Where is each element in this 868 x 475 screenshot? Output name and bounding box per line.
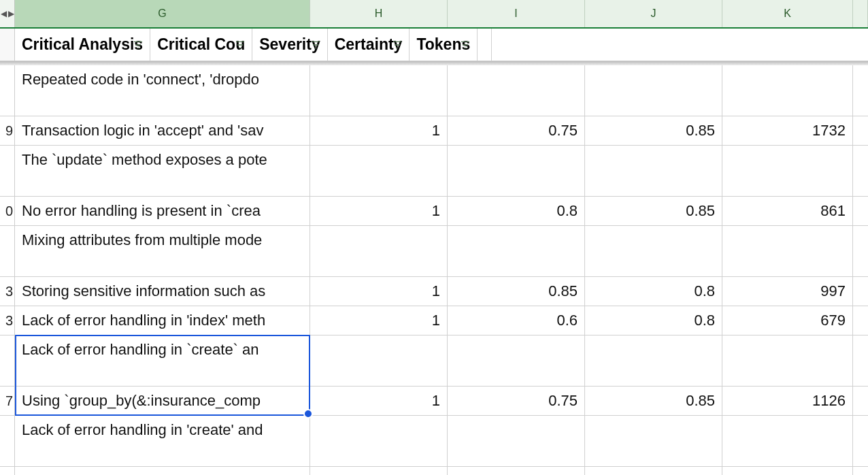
row-number[interactable]: 3 — [0, 467, 15, 475]
cell-critical-count[interactable] — [310, 226, 448, 276]
cell-severity[interactable]: 0.75 — [448, 467, 585, 475]
column-header-h[interactable]: H — [310, 0, 448, 27]
filter-icon[interactable] — [459, 39, 471, 51]
cell-critical-count[interactable] — [310, 416, 448, 466]
column-header-end[interactable] — [853, 0, 868, 27]
row-number[interactable]: 9 — [0, 116, 15, 145]
cell-certainty[interactable]: 0.8 — [585, 306, 722, 335]
row-number[interactable] — [0, 335, 15, 386]
cell-critical-analysis[interactable]: Using `group_by(&:insurance_comp — [15, 387, 310, 415]
cell-critical-count[interactable]: 1 — [310, 467, 448, 475]
cell-critical-analysis[interactable]: Mixing attributes from multiple mode — [15, 226, 310, 276]
cell-critical-count[interactable]: 1 — [310, 197, 448, 225]
table-row[interactable]: 7Using `group_by(&:insurance_comp10.750.… — [0, 387, 868, 416]
column-header-g[interactable]: G — [15, 0, 310, 27]
cell-certainty[interactable]: 0.8 — [585, 277, 722, 306]
cell-tokens[interactable] — [722, 226, 853, 276]
cell-certainty[interactable] — [585, 226, 722, 276]
cell-tokens[interactable]: 895 — [722, 467, 853, 475]
table-row[interactable]: 0No error handling is present in `crea10… — [0, 197, 868, 226]
cell-tokens[interactable]: 1126 — [722, 387, 853, 415]
cell-certainty[interactable]: 0.85 — [585, 197, 722, 225]
table-row[interactable]: 3Potential security risk if 'SimplySava1… — [0, 467, 868, 475]
row-number[interactable] — [0, 226, 15, 276]
cell-critical-analysis[interactable]: Lack of error handling in 'create' and — [15, 416, 310, 466]
cell-severity[interactable]: 0.8 — [448, 197, 585, 225]
cell-tokens[interactable]: 1732 — [722, 116, 853, 145]
cell-severity[interactable] — [448, 335, 585, 386]
cell-end — [853, 116, 868, 145]
cell-tokens[interactable] — [722, 146, 853, 196]
sheet-nav-arrows[interactable]: ◀ ▶ — [0, 0, 15, 27]
header-severity[interactable]: Severity — [252, 29, 328, 61]
cell-severity[interactable] — [448, 416, 585, 466]
filter-icon[interactable] — [234, 39, 246, 51]
table-row[interactable]: Lack of error handling in 'create' and — [0, 416, 868, 467]
cell-end — [853, 416, 868, 466]
cell-certainty[interactable] — [585, 65, 722, 116]
cell-certainty[interactable] — [585, 335, 722, 386]
filter-icon[interactable] — [132, 39, 144, 51]
cell-certainty[interactable]: 0.85 — [585, 467, 722, 475]
row-number[interactable]: 3 — [0, 277, 15, 306]
cell-end — [853, 226, 868, 276]
row-number[interactable] — [0, 146, 15, 196]
table-row[interactable]: 3Storing sensitive information such as10… — [0, 277, 868, 306]
header-critical-count[interactable]: Critical Cou — [150, 29, 252, 61]
cell-severity[interactable]: 0.75 — [448, 116, 585, 145]
row-number[interactable]: 3 — [0, 306, 15, 335]
grid-body[interactable]: Repeated code in 'connect', 'dropdo9Tran… — [0, 65, 868, 475]
cell-critical-count[interactable]: 1 — [310, 116, 448, 145]
table-row[interactable]: 3Lack of error handling in 'index' meth1… — [0, 306, 868, 335]
cell-severity[interactable] — [448, 226, 585, 276]
cell-critical-analysis[interactable]: Storing sensitive information such as — [15, 277, 310, 306]
cell-severity[interactable] — [448, 146, 585, 196]
filter-icon[interactable] — [391, 39, 403, 51]
cell-critical-count[interactable] — [310, 146, 448, 196]
cell-critical-analysis[interactable]: No error handling is present in `crea — [15, 197, 310, 225]
cell-severity[interactable]: 0.85 — [448, 277, 585, 306]
row-number[interactable]: 7 — [0, 387, 15, 415]
cell-critical-analysis[interactable]: The `update` method exposes a pote — [15, 146, 310, 196]
cell-critical-count[interactable]: 1 — [310, 306, 448, 335]
row-number[interactable] — [0, 416, 15, 466]
cell-end — [853, 306, 868, 335]
cell-certainty[interactable]: 0.85 — [585, 387, 722, 415]
cell-severity[interactable] — [448, 65, 585, 116]
header-critical-analysis[interactable]: Critical Analysis — [15, 29, 150, 61]
cell-tokens[interactable] — [722, 65, 853, 116]
table-row[interactable]: The `update` method exposes a pote — [0, 146, 868, 197]
cell-tokens[interactable]: 861 — [722, 197, 853, 225]
header-tokens[interactable]: Tokens — [410, 29, 478, 61]
cell-severity[interactable]: 0.75 — [448, 387, 585, 415]
cell-certainty[interactable] — [585, 146, 722, 196]
cell-critical-count[interactable]: 1 — [310, 277, 448, 306]
table-row[interactable]: Lack of error handling in `create` an — [0, 335, 868, 387]
cell-critical-analysis[interactable]: Lack of error handling in `create` an — [15, 335, 310, 386]
cell-tokens[interactable]: 679 — [722, 306, 853, 335]
cell-critical-count[interactable]: 1 — [310, 387, 448, 415]
cell-severity[interactable]: 0.6 — [448, 306, 585, 335]
cell-critical-analysis[interactable]: Lack of error handling in 'index' meth — [15, 306, 310, 335]
row-number[interactable]: 0 — [0, 197, 15, 225]
header-certainty[interactable]: Certainty — [328, 29, 410, 61]
cell-certainty[interactable]: 0.85 — [585, 116, 722, 145]
filter-icon[interactable] — [310, 39, 322, 51]
column-header-k[interactable]: K — [722, 0, 853, 27]
column-header-j[interactable]: J — [585, 0, 722, 27]
cell-critical-analysis[interactable]: Potential security risk if 'SimplySava — [15, 467, 310, 475]
cell-critical-analysis[interactable]: Repeated code in 'connect', 'dropdo — [15, 65, 310, 116]
cell-tokens[interactable]: 997 — [722, 277, 853, 306]
cell-critical-count[interactable] — [310, 65, 448, 116]
cell-tokens[interactable] — [722, 335, 853, 386]
cell-tokens[interactable] — [722, 416, 853, 466]
cell-critical-count[interactable] — [310, 335, 448, 386]
row-number[interactable] — [0, 65, 15, 116]
table-row[interactable]: Repeated code in 'connect', 'dropdo — [0, 65, 868, 116]
table-row[interactable]: 9Transaction logic in 'accept' and 'sav1… — [0, 116, 868, 146]
cell-certainty[interactable] — [585, 416, 722, 466]
column-header-i[interactable]: I — [448, 0, 585, 27]
cell-critical-analysis[interactable]: Transaction logic in 'accept' and 'sav — [15, 116, 310, 145]
cell-end — [853, 335, 868, 386]
table-row[interactable]: Mixing attributes from multiple mode — [0, 226, 868, 277]
